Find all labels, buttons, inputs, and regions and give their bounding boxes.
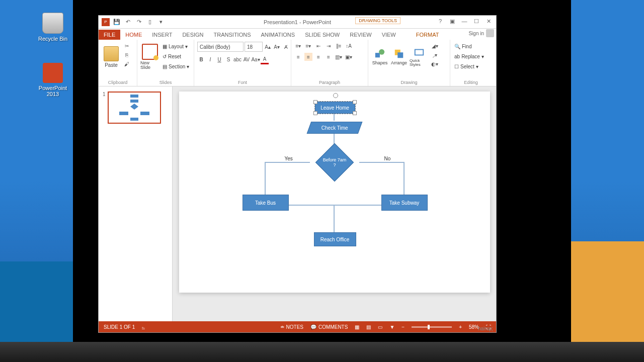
clear-format-icon[interactable]: A̸ [282,43,290,51]
align-center-icon[interactable]: ≡ [304,53,312,61]
quick-styles-button[interactable]: Quick Styles [410,42,429,72]
flowchart-decision[interactable]: Before 7am ? [315,143,353,182]
text-direction-icon[interactable]: ↕A [345,42,353,50]
line-spacing-icon[interactable]: ‖≡ [335,42,343,50]
tab-format[interactable]: FORMAT [411,30,444,40]
bold-icon[interactable]: B [197,56,205,64]
shapes-button[interactable]: Shapes [371,42,388,72]
replace-button[interactable]: abReplace▾ [453,52,485,61]
connector[interactable] [265,162,266,197]
flowchart-end[interactable]: Reach Office [314,232,356,246]
indent-inc-icon[interactable]: ⇥ [325,42,333,50]
font-name-select[interactable]: Calibri (Body) [197,42,244,52]
save-icon[interactable]: 💾 [113,18,121,26]
shrink-font-icon[interactable]: A▾ [273,43,281,51]
indent-dec-icon[interactable]: ⇤ [314,42,323,50]
underline-icon[interactable]: U [215,56,223,64]
zoom-slider[interactable] [412,326,452,328]
connector[interactable] [359,162,405,163]
shape-effects-icon[interactable]: ◐▾ [431,60,439,68]
tab-slideshow[interactable]: SLIDE SHOW [300,30,345,40]
arrange-button[interactable]: Arrange [390,42,408,72]
italic-icon[interactable]: I [206,56,214,64]
sorter-view-icon[interactable]: ▤ [366,324,371,330]
slide-editor[interactable]: Leave Home Check Time Before 7am ? Yes N… [173,86,496,321]
tab-transitions[interactable]: TRANSITIONS [209,30,256,40]
numbering-icon[interactable]: ≡▾ [304,42,312,50]
desktop-icon-powerpoint[interactable]: PowerPoint 2013 [35,63,70,97]
grow-font-icon[interactable]: A▴ [264,43,272,51]
select-button[interactable]: ☐Select▾ [453,62,485,71]
slide-canvas[interactable]: Leave Home Check Time Before 7am ? Yes N… [179,92,490,293]
resize-handle[interactable] [353,111,357,115]
format-painter-icon[interactable]: 🖌 [123,60,131,68]
rotate-handle-icon[interactable] [333,93,338,98]
slideshow-view-icon[interactable]: ▼ [389,324,394,330]
shape-fill-icon[interactable]: ◢▾ [431,42,439,50]
strike-icon[interactable]: S [224,56,232,64]
align-right-icon[interactable]: ≡ [314,53,323,61]
customize-qat-icon[interactable]: ▾ [157,18,165,26]
layout-button[interactable]: ▦Layout▾ [162,42,190,51]
minimize-icon[interactable]: — [459,17,470,26]
slide-thumbnail[interactable] [108,92,161,124]
tab-insert[interactable]: INSERT [147,30,177,40]
justify-icon[interactable]: ≡ [325,53,333,61]
start-from-beginning-icon[interactable]: ▯ [146,18,154,26]
smartart-icon[interactable]: ▣▾ [345,53,353,61]
zoom-in-icon[interactable]: + [459,324,462,330]
connector[interactable] [334,205,335,232]
font-color-icon[interactable]: A [261,55,269,64]
fit-to-window-icon[interactable]: ⛶ [486,324,491,330]
font-size-select[interactable]: 18 [245,42,263,52]
shadow-icon[interactable]: abc [233,56,242,64]
sign-in-link[interactable]: Sign in [468,29,494,37]
tab-view[interactable]: VIEW [377,30,401,40]
connector[interactable] [287,205,382,206]
app-icon[interactable]: P [102,18,110,26]
connector[interactable] [265,162,310,163]
spacing-icon[interactable]: AV [243,56,251,64]
reset-button[interactable]: ↺Reset [162,52,190,61]
desktop-icon-recycle-bin[interactable]: Recycle Bin [35,13,70,42]
flowchart-input[interactable]: Check Time [306,122,362,134]
help-icon[interactable]: ? [435,17,446,26]
comments-button[interactable]: 💬COMMENTS [310,324,348,330]
slide-thumbnail-pane[interactable]: 1 [99,86,173,321]
flowchart-process-left[interactable]: Take Bus [243,195,289,211]
resize-handle[interactable] [353,100,357,104]
tab-file[interactable]: FILE [99,30,120,40]
svg-rect-5 [130,95,138,98]
resize-handle[interactable] [313,100,317,104]
spell-check-icon[interactable]: ⎁ [142,324,145,330]
tab-review[interactable]: REVIEW [345,30,376,40]
flowchart-process-right[interactable]: Take Subway [381,195,428,211]
shape-outline-icon[interactable]: ◞▾ [431,51,439,59]
redo-icon[interactable]: ↷ [135,18,143,26]
paste-button[interactable]: Paste [102,42,121,72]
case-icon[interactable]: Aa▾ [252,56,260,64]
section-button[interactable]: ▤Section▾ [162,62,190,71]
notes-button[interactable]: ≐NOTES [280,324,303,330]
ribbon-display-icon[interactable]: ▣ [447,17,458,26]
copy-icon[interactable]: ⎘ [123,51,131,59]
cut-icon[interactable]: ✂ [123,42,131,50]
connector[interactable] [404,162,405,197]
close-icon[interactable]: ✕ [483,17,494,26]
undo-icon[interactable]: ↶ [124,18,132,26]
bullets-icon[interactable]: ≡▾ [294,42,302,50]
columns-icon[interactable]: ▥▾ [335,53,343,61]
align-left-icon[interactable]: ≡ [294,53,302,61]
tab-animations[interactable]: ANIMATIONS [256,30,300,40]
tab-design[interactable]: DESIGN [177,30,208,40]
normal-view-icon[interactable]: ▦ [355,324,359,330]
taskbar[interactable] [0,342,644,362]
tab-home[interactable]: HOME [120,30,147,40]
resize-handle[interactable] [313,111,317,115]
find-button[interactable]: 🔍Find [453,42,485,51]
new-slide-button[interactable]: New Slide [140,42,159,72]
flowchart-start[interactable]: Leave Home [315,102,355,114]
reading-view-icon[interactable]: ▭ [378,324,382,330]
zoom-out-icon[interactable]: − [401,324,405,330]
maximize-icon[interactable]: ☐ [471,17,482,26]
